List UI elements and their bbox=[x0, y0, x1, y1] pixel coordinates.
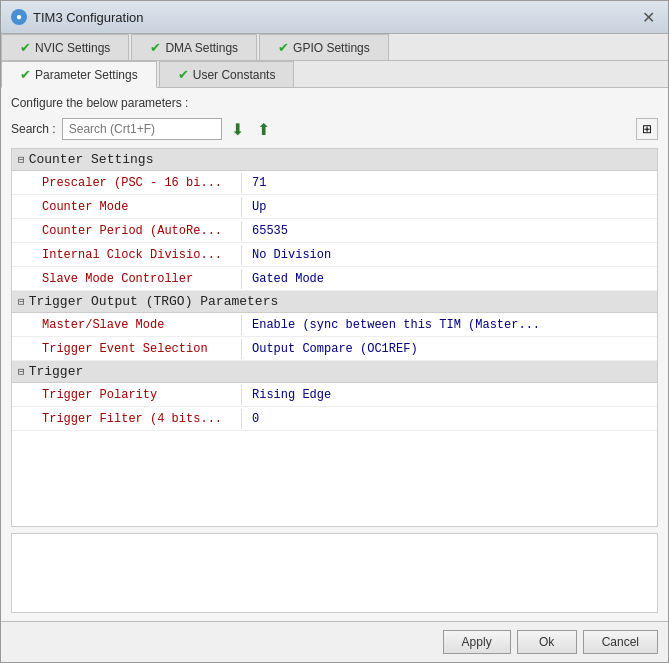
table-row[interactable]: Prescaler (PSC - 16 bi... 71 bbox=[12, 171, 657, 195]
ok-button[interactable]: Ok bbox=[517, 630, 577, 654]
main-window: ● TIM3 Configuration ✕ ✔ NVIC Settings ✔… bbox=[0, 0, 669, 663]
title-bar-left: ● TIM3 Configuration bbox=[11, 9, 144, 25]
tab-gpio-label: GPIO Settings bbox=[293, 41, 370, 55]
section-label-trigger: Trigger bbox=[29, 364, 84, 379]
table-row[interactable]: Trigger Filter (4 bits... 0 bbox=[12, 407, 657, 431]
cancel-button[interactable]: Cancel bbox=[583, 630, 658, 654]
tab-dma-label: DMA Settings bbox=[165, 41, 238, 55]
tab-parameter-settings[interactable]: ✔ Parameter Settings bbox=[1, 61, 157, 88]
table-row[interactable]: Counter Period (AutoRe... 65535 bbox=[12, 219, 657, 243]
notes-area bbox=[11, 533, 658, 613]
collapse-icon-trigger[interactable]: ⊟ bbox=[18, 365, 25, 378]
table-row[interactable]: Internal Clock Divisio... No Division bbox=[12, 243, 657, 267]
param-value-master-slave: Enable (sync between this TIM (Master... bbox=[242, 315, 657, 335]
param-value-slave-mode: Gated Mode bbox=[242, 269, 657, 289]
section-header-trigger: ⊟ Trigger bbox=[12, 361, 657, 383]
param-value-counter-period: 65535 bbox=[242, 221, 657, 241]
param-name-trigger-filter: Trigger Filter (4 bits... bbox=[12, 409, 242, 429]
content-area: Configure the below parameters : Search … bbox=[1, 88, 668, 621]
table-row[interactable]: Slave Mode Controller Gated Mode bbox=[12, 267, 657, 291]
search-label: Search : bbox=[11, 122, 56, 136]
grid-icon-button[interactable]: ⊞ bbox=[636, 118, 658, 140]
tab-nvic-settings[interactable]: ✔ NVIC Settings bbox=[1, 34, 129, 60]
param-name-counter-period: Counter Period (AutoRe... bbox=[12, 221, 242, 241]
search-next-button[interactable]: ⬆ bbox=[254, 119, 274, 139]
section-label-counter: Counter Settings bbox=[29, 152, 154, 167]
param-value-counter-mode: Up bbox=[242, 197, 657, 217]
configure-label: Configure the below parameters : bbox=[11, 96, 658, 110]
tab-check-nvic: ✔ bbox=[20, 40, 31, 55]
table-row[interactable]: Counter Mode Up bbox=[12, 195, 657, 219]
param-value-trigger-event: Output Compare (OC1REF) bbox=[242, 339, 657, 359]
param-name-counter-mode: Counter Mode bbox=[12, 197, 242, 217]
param-name-prescaler: Prescaler (PSC - 16 bi... bbox=[12, 173, 242, 193]
param-name-trigger-polarity: Trigger Polarity bbox=[12, 385, 242, 405]
tabs-row-2: ✔ Parameter Settings ✔ User Constants bbox=[1, 61, 668, 88]
tab-check-user: ✔ bbox=[178, 67, 189, 82]
search-row: Search : ⬇ ⬆ ⊞ bbox=[11, 118, 658, 140]
param-value-trigger-polarity: Rising Edge bbox=[242, 385, 657, 405]
close-button[interactable]: ✕ bbox=[638, 7, 658, 27]
param-name-slave-mode: Slave Mode Controller bbox=[12, 269, 242, 289]
param-name-master-slave: Master/Slave Mode bbox=[12, 315, 242, 335]
param-value-prescaler: 71 bbox=[242, 173, 657, 193]
tabs-row-1: ✔ NVIC Settings ✔ DMA Settings ✔ GPIO Se… bbox=[1, 34, 668, 61]
param-table: ⊟ Counter Settings Prescaler (PSC - 16 b… bbox=[11, 148, 658, 527]
section-label-trgo: Trigger Output (TRGO) Parameters bbox=[29, 294, 279, 309]
table-row[interactable]: Trigger Polarity Rising Edge bbox=[12, 383, 657, 407]
section-header-counter: ⊟ Counter Settings bbox=[12, 149, 657, 171]
tab-param-label: Parameter Settings bbox=[35, 68, 138, 82]
tab-check-param: ✔ bbox=[20, 67, 31, 82]
window-icon: ● bbox=[11, 9, 27, 25]
tab-user-label: User Constants bbox=[193, 68, 276, 82]
param-value-trigger-filter: 0 bbox=[242, 409, 657, 429]
tab-nvic-label: NVIC Settings bbox=[35, 41, 110, 55]
param-name-trigger-event: Trigger Event Selection bbox=[12, 339, 242, 359]
section-header-trgo: ⊟ Trigger Output (TRGO) Parameters bbox=[12, 291, 657, 313]
tab-check-gpio: ✔ bbox=[278, 40, 289, 55]
collapse-icon-trgo[interactable]: ⊟ bbox=[18, 295, 25, 308]
search-prev-button[interactable]: ⬇ bbox=[228, 119, 248, 139]
table-row[interactable]: Master/Slave Mode Enable (sync between t… bbox=[12, 313, 657, 337]
param-value-clock-div: No Division bbox=[242, 245, 657, 265]
table-row[interactable]: Trigger Event Selection Output Compare (… bbox=[12, 337, 657, 361]
tab-gpio-settings[interactable]: ✔ GPIO Settings bbox=[259, 34, 389, 60]
collapse-icon-counter[interactable]: ⊟ bbox=[18, 153, 25, 166]
tab-user-constants[interactable]: ✔ User Constants bbox=[159, 61, 295, 87]
param-name-clock-div: Internal Clock Divisio... bbox=[12, 245, 242, 265]
apply-button[interactable]: Apply bbox=[443, 630, 511, 654]
footer: Apply Ok Cancel bbox=[1, 621, 668, 662]
tab-dma-settings[interactable]: ✔ DMA Settings bbox=[131, 34, 257, 60]
search-input[interactable] bbox=[62, 118, 222, 140]
window-title: TIM3 Configuration bbox=[33, 10, 144, 25]
tab-check-dma: ✔ bbox=[150, 40, 161, 55]
title-bar: ● TIM3 Configuration ✕ bbox=[1, 1, 668, 34]
